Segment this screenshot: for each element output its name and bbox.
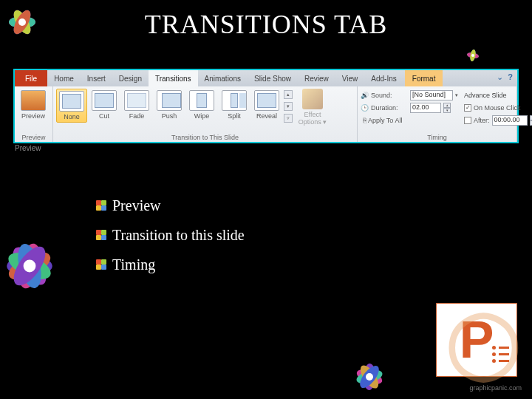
- timing-group: 🔊 Sound: [No Sound] ▾ 🕒 Duration: 02.00 …: [358, 86, 517, 142]
- svg-point-17: [355, 367, 383, 386]
- svg-point-15: [355, 366, 383, 386]
- preview-group: Preview Preview: [15, 86, 53, 142]
- transition-gallery-group: None Cut Fade Push Wipe: [53, 86, 358, 142]
- transition-cut[interactable]: Cut: [89, 89, 120, 121]
- gallery-more-icon[interactable]: ▿: [284, 114, 293, 123]
- bullet-icon: [96, 230, 106, 240]
- tab-slideshow[interactable]: Slide Show: [248, 70, 298, 86]
- help-icon[interactable]: ?: [508, 72, 513, 82]
- svg-point-10: [4, 247, 55, 286]
- duration-input[interactable]: 02.00: [410, 103, 441, 113]
- svg-point-20: [366, 373, 373, 381]
- spin-down-icon[interactable]: ▾: [530, 120, 532, 126]
- svg-point-14: [24, 260, 36, 273]
- preview-caption: Preview: [15, 144, 41, 152]
- tab-addins[interactable]: Add-Ins: [364, 70, 403, 86]
- bullet-list: Preview Transition to this slide Timing: [96, 191, 245, 279]
- tab-transitions[interactable]: Transitions: [149, 70, 198, 86]
- apply-to-all-button[interactable]: ⎘ Apply To All: [361, 116, 404, 125]
- watermark: graphicpanic.com: [469, 384, 522, 392]
- slide-title: TRANSITIONS TAB: [0, 9, 532, 40]
- gallery-up-icon[interactable]: ▴: [284, 90, 293, 99]
- svg-point-21: [467, 52, 480, 59]
- svg-point-19: [357, 363, 383, 391]
- transition-push[interactable]: Push: [154, 89, 185, 121]
- transition-reveal[interactable]: Reveal: [251, 89, 282, 121]
- on-mouse-click-checkbox[interactable]: ✓: [464, 104, 471, 112]
- apply-icon: ⎘: [363, 117, 366, 124]
- ribbon-screenshot: File Home Insert Design Transitions Anim…: [13, 69, 519, 143]
- bullet-icon: [96, 200, 106, 211]
- sound-dropdown[interactable]: [No Sound]: [410, 90, 453, 100]
- svg-point-23: [467, 52, 480, 59]
- advance-slide-heading: Advance Slide: [464, 89, 532, 101]
- transition-wipe[interactable]: Wipe: [186, 89, 217, 121]
- flower-decoration: [0, 214, 89, 318]
- svg-point-13: [8, 242, 52, 290]
- ribbon-tabbar: File Home Insert Design Transitions Anim…: [15, 70, 517, 86]
- tab-animations[interactable]: Animations: [198, 70, 248, 86]
- spin-up-icon[interactable]: ▴: [443, 103, 451, 108]
- svg-point-8: [7, 242, 52, 290]
- powerpoint-logo: ◯P: [436, 303, 517, 377]
- list-item: Transition to this slide: [96, 220, 245, 250]
- svg-point-24: [469, 50, 477, 62]
- dropdown-icon[interactable]: ▾: [455, 92, 458, 98]
- after-checkbox[interactable]: [464, 117, 471, 124]
- svg-point-9: [15, 242, 44, 290]
- list-item: Preview: [96, 191, 245, 220]
- svg-point-11: [4, 248, 55, 285]
- gallery-down-icon[interactable]: ▾: [284, 102, 293, 111]
- svg-point-12: [14, 242, 46, 291]
- file-tab[interactable]: File: [15, 70, 47, 86]
- bullet-icon: [96, 259, 106, 270]
- preview-button[interactable]: Preview: [18, 89, 49, 121]
- transition-fade[interactable]: Fade: [121, 89, 152, 121]
- tab-insert[interactable]: Insert: [81, 70, 112, 86]
- svg-point-16: [363, 364, 375, 391]
- speaker-icon: 🔊: [361, 92, 369, 99]
- transition-none[interactable]: None: [56, 89, 87, 123]
- clock-icon: 🕒: [361, 104, 369, 112]
- minimize-ribbon-icon[interactable]: ⌄: [497, 72, 503, 82]
- transition-split[interactable]: Split: [219, 89, 250, 121]
- spin-down-icon[interactable]: ▾: [443, 108, 451, 113]
- tab-format[interactable]: Format: [405, 70, 443, 86]
- tab-home[interactable]: Home: [47, 70, 81, 86]
- tab-view[interactable]: View: [335, 70, 365, 86]
- svg-point-22: [469, 50, 477, 62]
- flower-decoration: [325, 340, 414, 399]
- tab-review[interactable]: Review: [298, 70, 335, 86]
- svg-point-18: [357, 363, 381, 392]
- spin-up-icon[interactable]: ▴: [530, 115, 532, 120]
- svg-point-25: [471, 54, 474, 57]
- after-time-input[interactable]: 00:00.00: [492, 115, 528, 126]
- svg-point-7: [7, 256, 52, 276]
- effect-options-button[interactable]: Effect Options ▾: [296, 89, 330, 126]
- tab-design[interactable]: Design: [112, 70, 149, 86]
- list-item: Timing: [96, 250, 245, 279]
